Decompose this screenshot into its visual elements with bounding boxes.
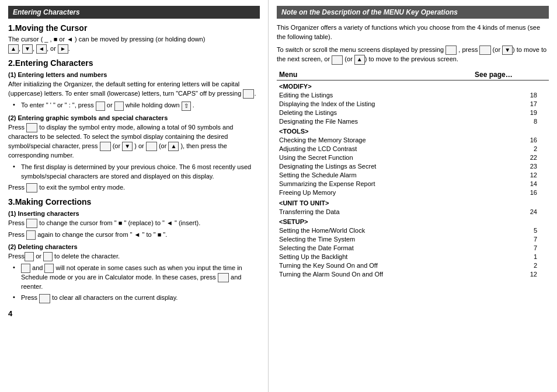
del-key1 <box>25 252 34 261</box>
menu-item-page: 22 <box>472 153 549 162</box>
menu-item-row: Turning the Key Sound On and Off2 <box>277 261 549 270</box>
menu-item-row: Freeing Up Memory16 <box>277 188 549 197</box>
key2 <box>114 102 124 111</box>
menu-item-page: 16 <box>472 136 549 145</box>
menu-item-page: 1 <box>472 253 549 261</box>
up-arr: ▲ <box>354 55 365 65</box>
menu-item-page: 12 <box>472 270 549 279</box>
insert-desc1: Press to change the cursor from " ■ " (r… <box>8 219 260 228</box>
del-key4 <box>44 264 54 273</box>
symbols-desc: Press to display the symbol entry mode, … <box>8 123 260 160</box>
subsection2-2-title: (2) Entering graphic symbols and special… <box>8 114 260 121</box>
menu-item-label: Turning the Alarm Sound On and Off <box>277 270 472 279</box>
menu-item-page: 12 <box>472 171 549 180</box>
menu-key2 <box>479 46 490 55</box>
menu-item-page: 19 <box>472 108 549 117</box>
intro1: This Organizer offers a variety of funct… <box>277 23 549 42</box>
section2-title: 2.Entering Characters <box>8 58 260 68</box>
menu-item-label: Deleting the Listings <box>277 108 472 117</box>
menu-item-row: Transferring the Data24 <box>277 207 549 216</box>
category-label: <SETUP> <box>277 216 549 226</box>
bullet-delete2: • Press to clear all characters on the c… <box>8 293 260 303</box>
category-label: <MODIFY> <box>277 80 549 90</box>
bullet-delete1: • and will not operate in some cases suc… <box>8 264 260 292</box>
menu-item-row: Setting the Home/World Clock5 <box>277 226 549 235</box>
subsection3-1-title: (1) Inserting characters <box>8 210 260 217</box>
menu-item-label: Setting Up the Backlight <box>277 253 472 261</box>
menu-item-page: 23 <box>472 162 549 171</box>
sym-key1 <box>26 123 37 132</box>
menu-category-row: <TOOLS> <box>277 125 549 136</box>
menu-item-page: 8 <box>472 117 549 125</box>
menu-item-page: 18 <box>472 90 549 99</box>
menu-item-label: Setting the Schedule Alarm <box>277 171 472 180</box>
del-key3 <box>21 264 30 273</box>
insert-desc2: Press again to change the cursor from " … <box>8 230 260 240</box>
caps-key <box>243 89 254 99</box>
sym-key3 <box>146 142 157 151</box>
menu-item-page: 17 <box>472 99 549 108</box>
menu-item-page: 5 <box>472 226 549 235</box>
down-arrow-key: ▼ <box>22 44 33 54</box>
menu-item-row: Adjusting the LCD Contrast2 <box>277 145 549 153</box>
menu-category-row: <SETUP> <box>277 216 549 226</box>
menu-item-row: Setting the Schedule Alarm12 <box>277 171 549 180</box>
right-arrow-key: ► <box>58 44 68 54</box>
menu-key3 <box>332 55 343 65</box>
up-arrow-key: ▲ <box>8 44 19 54</box>
menu-category-row: <MODIFY> <box>277 80 549 90</box>
left-panel: Entering Characters 1.Moving the Cursor … <box>0 0 269 392</box>
down-v: ▼ <box>122 142 133 152</box>
menu-category-row: <UNIT TO UNIT> <box>277 197 549 208</box>
menu-item-row: Deleting the Listings19 <box>277 108 549 117</box>
menu-item-row: Summarizing the Expense Report14 <box>277 180 549 188</box>
exit-key <box>26 183 37 192</box>
menu-item-page: 14 <box>472 180 549 188</box>
right-panel: Note on the Description of the MENU Key … <box>269 0 557 392</box>
intro2: To switch or scroll the menu screens dis… <box>277 46 549 65</box>
del-key5 <box>218 273 229 282</box>
cursor-description: The cursor ( _ , ■ or ◄ ) can be moved b… <box>8 35 260 54</box>
menu-item-row: Designating the File Names8 <box>277 117 549 125</box>
menu-item-label: Displaying the Index of the Listing <box>277 99 472 108</box>
menu-item-page: 2 <box>472 261 549 270</box>
menu-item-label: Designating the Listings as Secret <box>277 162 472 171</box>
down-arr: ▼ <box>502 46 513 55</box>
exit-sym: Press to exit the symbol entry mode. <box>8 183 260 192</box>
menu-item-label: Transferring the Data <box>277 207 472 216</box>
category-label: <UNIT TO UNIT> <box>277 197 549 208</box>
menu-item-label: Using the Secret Function <box>277 153 472 162</box>
section3-title: 3.Making Corrections <box>8 197 260 206</box>
menu-item-page: 2 <box>472 145 549 153</box>
menu-item-page: 7 <box>472 235 549 244</box>
menu-item-row: Checking the Memory Storage16 <box>277 136 549 145</box>
category-label: <TOOLS> <box>277 125 549 136</box>
menu-item-row: Using the Secret Function22 <box>277 153 549 162</box>
menu-item-label: Setting the Home/World Clock <box>277 226 472 235</box>
delete-desc: Press or to delete the character. <box>8 252 260 261</box>
menu-item-page: 16 <box>472 188 549 197</box>
up-v: ▲ <box>168 142 179 152</box>
menu-item-row: Designating the Listings as Secret23 <box>277 162 549 171</box>
menu-item-row: Setting Up the Backlight1 <box>277 253 549 261</box>
menu-item-label: Adjusting the LCD Contrast <box>277 145 472 153</box>
menu-table: Menu See page… <MODIFY>Editing the Listi… <box>277 69 549 279</box>
key1 <box>96 102 105 111</box>
right-header: Note on the Description of the MENU Key … <box>277 6 549 19</box>
menu-item-label: Designating the File Names <box>277 117 472 125</box>
ins-key2 <box>26 230 36 240</box>
col-menu: Menu <box>277 69 472 80</box>
menu-item-page: 7 <box>472 244 549 253</box>
menu-item-label: Checking the Memory Storage <box>277 136 472 145</box>
menu-item-page: 24 <box>472 207 549 216</box>
sym-key2 <box>100 142 111 151</box>
menu-item-label: Turning the Key Sound On and Off <box>277 261 472 270</box>
menu-item-label: Editing the Listings <box>277 90 472 99</box>
shift-key: ⇧ <box>182 102 191 111</box>
menu-item-label: Summarizing the Expense Report <box>277 180 472 188</box>
menu-item-row: Turning the Alarm Sound On and Off12 <box>277 270 549 279</box>
menu-item-row: Displaying the Index of the Listing17 <box>277 99 549 108</box>
left-arrow-key: ◄ <box>36 44 47 54</box>
letters-numbers-desc: After initializing the Organizer, the de… <box>8 80 260 99</box>
page-number: 4 <box>8 309 260 318</box>
